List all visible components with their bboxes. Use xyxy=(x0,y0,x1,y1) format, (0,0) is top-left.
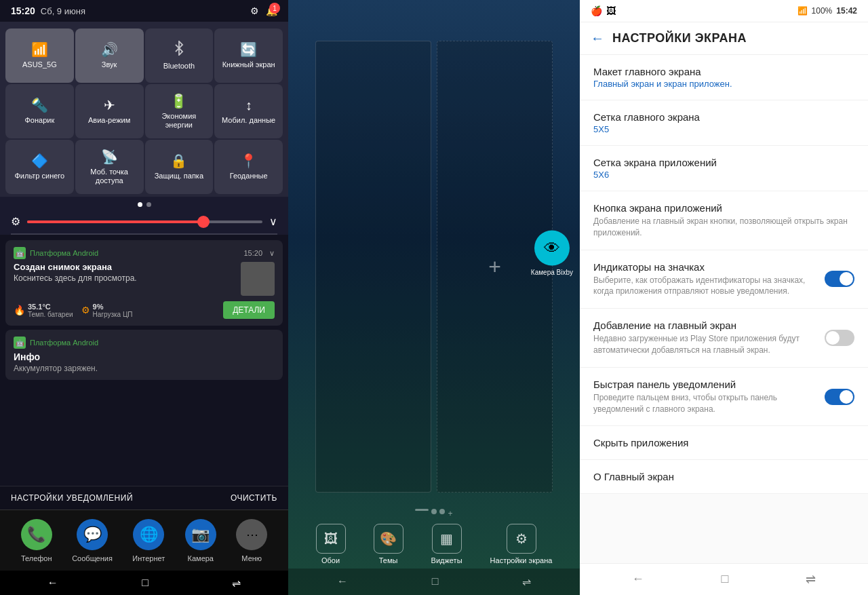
messages-icon: 💬 xyxy=(77,519,108,550)
settings-home-nav-button[interactable]: □ xyxy=(722,572,729,587)
browser-label: Интернет xyxy=(132,554,165,562)
tile-secure-folder-label: Защищ. папка xyxy=(155,172,203,180)
themes-icon[interactable]: 🎨 Темы xyxy=(374,524,403,564)
tile-blue-filter[interactable]: 🔷 Фильтр синего xyxy=(5,140,74,194)
airplane-icon: ✈ xyxy=(104,97,115,113)
cpu-load-value: 9% xyxy=(93,303,133,311)
tile-bluetooth[interactable]: Bluetooth xyxy=(145,28,214,83)
settings-back-nav-button[interactable]: ← xyxy=(632,572,644,587)
screen-settings-icon[interactable]: ⚙ Настройки экрана xyxy=(490,524,553,564)
tile-battery-save-label: Экономия энергии xyxy=(148,112,211,130)
brightness-thumb[interactable] xyxy=(197,216,210,228)
nav-camera[interactable]: 📷 Камера xyxy=(185,519,216,562)
home-recent-button[interactable]: ⇌ xyxy=(522,575,531,588)
settings-status-bar: 🍎 🖼 📶 100% 15:42 xyxy=(580,0,868,22)
gear-icon[interactable]: ⚙ xyxy=(250,5,259,16)
tile-airplane[interactable]: ✈ Авиа-режим xyxy=(75,84,144,138)
wallpaper-icon[interactable]: 🖼 Обои xyxy=(316,524,346,564)
setting-home-layout-sub: Главный экран и экран приложен. xyxy=(593,79,854,89)
status-bar: 15:20 Сб, 9 июня ⚙ 🔔 1 xyxy=(0,0,288,22)
home-button[interactable]: □ xyxy=(142,577,149,589)
nav-browser[interactable]: 🌐 Интернет xyxy=(132,519,165,562)
brightness-expand-icon[interactable]: ∨ xyxy=(269,215,277,228)
brightness-row: ⚙ ∨ xyxy=(0,212,288,233)
details-button[interactable]: ДЕТАЛИ xyxy=(223,301,275,319)
notif-panel-toggle[interactable] xyxy=(825,389,854,405)
tile-blue-filter-label: Фильтр синего xyxy=(15,172,65,180)
tile-location[interactable]: 📍 Геоданные xyxy=(214,140,283,194)
setting-home-grid[interactable]: Сетка главного экрана 5X5 xyxy=(580,100,868,146)
setting-badge-icons[interactable]: Индикаторы на значках Выберите, как отоб… xyxy=(580,250,868,309)
setting-app-grid[interactable]: Сетка экрана приложений 5X6 xyxy=(580,146,868,191)
brightness-track[interactable] xyxy=(27,220,262,223)
setting-app-button-title: Кнопка экрана приложений xyxy=(593,202,854,214)
settings-recent-nav-button[interactable]: ⇌ xyxy=(806,572,816,587)
notif-info-header: 🤖 Платформа Android xyxy=(14,337,275,349)
settings-back-button[interactable]: ← xyxy=(591,31,604,46)
dot-1 xyxy=(138,202,142,207)
notif-settings-button[interactable]: НАСТРОЙКИ УВЕДОМЛЕНИЙ xyxy=(11,493,133,503)
tile-book[interactable]: 🔄 Книжный экран xyxy=(214,28,283,83)
android-icon-2: 🤖 xyxy=(14,337,26,349)
dot-2 xyxy=(146,202,151,207)
widgets-icon-box: ▦ xyxy=(432,524,462,554)
settings-screen: 🍎 🖼 📶 100% 15:42 ← НАСТРОЙКИ ЭКРАНА Маке… xyxy=(580,0,868,595)
tile-wifi[interactable]: 📶 ASUS_5G xyxy=(5,28,74,83)
notif-info-title: Инфо xyxy=(14,351,275,362)
setting-add-home-desc: Недавно загруженные из Play Store прилож… xyxy=(593,333,816,356)
clear-button[interactable]: ОЧИСТИТЬ xyxy=(231,493,277,503)
home-home-button[interactable]: □ xyxy=(432,575,439,588)
tile-battery-save[interactable]: 🔋 Экономия энергии xyxy=(145,84,214,138)
nav-phone[interactable]: 📞 Телефон xyxy=(21,519,52,562)
setting-hide-apps[interactable]: Скрыть приложения xyxy=(580,426,868,460)
setting-about-home[interactable]: О Главный экран xyxy=(580,460,868,494)
tile-wifi-label: ASUS_5G xyxy=(22,60,57,69)
tile-airplane-label: Авиа-режим xyxy=(88,116,130,125)
home-top: + 👁 Камера Bixby xyxy=(288,0,580,506)
tile-flashlight-label: Фонарик xyxy=(25,116,55,125)
battery-row: 🔥 35.1°C Темп. батареи ⚙ 9% Нагрузка ЦП … xyxy=(14,301,275,319)
add-home-toggle-thumb xyxy=(826,331,840,345)
nav-messages[interactable]: 💬 Сообщения xyxy=(72,519,113,562)
notif-expand-icon[interactable]: ∨ xyxy=(269,249,275,258)
bluetooth-icon xyxy=(172,41,186,59)
setting-add-home[interactable]: Добавление на главный экран Недавно загр… xyxy=(580,309,868,368)
notification-info[interactable]: 🤖 Платформа Android Инфо Аккумулятор зар… xyxy=(5,330,283,380)
notification-list: 🤖 Платформа Android 15:20 ∨ Создан снимо… xyxy=(0,235,288,486)
setting-notif-panel[interactable]: Быстрая панель уведомлений Проведите пал… xyxy=(580,368,868,427)
recent-button[interactable]: ⇌ xyxy=(232,577,241,590)
setting-app-button-desc: Добавление на главный экран кнопки, позв… xyxy=(593,216,854,239)
nav-menu[interactable]: ⋯ Меню xyxy=(236,519,267,562)
notif-thumbnail xyxy=(241,262,275,296)
notification-actions: НАСТРОЙКИ УВЕДОМЛЕНИЙ ОЧИСТИТЬ xyxy=(0,486,288,510)
add-home-toggle[interactable] xyxy=(825,330,854,346)
tile-hotspot[interactable]: 📡 Моб. точка доступа xyxy=(75,140,144,194)
setting-badge-icons-desc: Выберите, как отображать идентификаторы … xyxy=(593,275,816,298)
tile-mobile-data[interactable]: ↕ Мобил. данные xyxy=(214,84,283,138)
setting-app-button[interactable]: Кнопка экрана приложений Добавление на г… xyxy=(580,191,868,250)
android-app-icon: 🤖 xyxy=(14,247,26,259)
app-nav-bar: 📞 Телефон 💬 Сообщения 🌐 Интернет 📷 Камер… xyxy=(0,510,288,571)
setting-notif-panel-title: Быстрая панель уведомлений xyxy=(593,379,816,390)
battery-temp-value: 35.1°C xyxy=(28,303,73,311)
tile-flashlight[interactable]: 🔦 Фонарик xyxy=(5,84,74,138)
badge-icons-toggle[interactable] xyxy=(825,271,854,287)
notif-header: 🤖 Платформа Android 15:20 ∨ xyxy=(14,247,275,259)
bixby-camera[interactable]: 👁 Камера Bixby xyxy=(531,231,573,276)
tile-book-label: Книжный экран xyxy=(222,60,275,69)
setting-home-layout[interactable]: Макет главного экрана Главный экран и эк… xyxy=(580,55,868,100)
home-nav: ← □ ⇌ xyxy=(288,569,580,595)
widgets-icon[interactable]: ▦ Виджеты xyxy=(431,524,462,564)
home-back-button[interactable]: ← xyxy=(337,575,348,588)
slider-dot xyxy=(431,509,437,514)
tile-sound[interactable]: 🔊 Звук xyxy=(75,28,144,83)
notif-body: Создан снимок экрана Коснитесь здесь для… xyxy=(14,262,275,296)
camera-icon: 📷 xyxy=(185,519,216,550)
notif-app-name: Платформа Android xyxy=(30,249,98,257)
notification-screenshot[interactable]: 🤖 Платформа Android 15:20 ∨ Создан снимо… xyxy=(5,240,283,326)
slider-plus: + xyxy=(448,509,452,511)
widgets-label: Виджеты xyxy=(431,556,462,564)
tile-secure-folder[interactable]: 🔒 Защищ. папка xyxy=(145,140,214,194)
back-button[interactable]: ← xyxy=(47,577,58,589)
setting-home-grid-sub: 5X5 xyxy=(593,124,854,134)
